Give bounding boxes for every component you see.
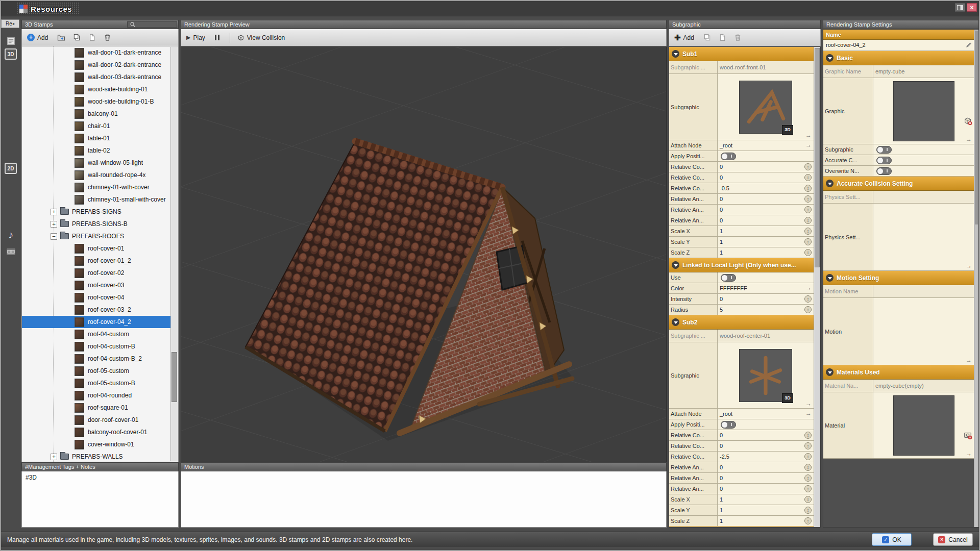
- property-value[interactable]: 1: [718, 247, 814, 258]
- property-value[interactable]: -2.5: [718, 452, 814, 462]
- tree-item-row[interactable]: chimney-01-with-cover: [22, 181, 170, 193]
- name-value-row[interactable]: roof-cover-04_2: [823, 40, 974, 51]
- section-header[interactable]: Sub1: [669, 47, 814, 61]
- property-value[interactable]: [873, 298, 974, 365]
- property-value[interactable]: [718, 419, 814, 430]
- motions-list-area[interactable]: [181, 471, 667, 528]
- property-value[interactable]: [873, 204, 974, 270]
- property-value[interactable]: 0: [718, 162, 814, 172]
- property-value[interactable]: _root: [718, 140, 814, 151]
- tree-item-row[interactable]: door-roof-cover-01: [22, 414, 170, 426]
- toggle-switch[interactable]: [876, 167, 892, 175]
- tree-item-row[interactable]: roof-cover-01_2: [22, 255, 170, 267]
- spinner-icon[interactable]: ↕: [804, 206, 812, 213]
- tree-item-row[interactable]: wood-side-building-01: [22, 83, 170, 95]
- tree-scrollbar-thumb[interactable]: [172, 352, 177, 402]
- add-folder-button[interactable]: [55, 32, 67, 44]
- collapsed-panel-tab[interactable]: Re ▸: [1, 19, 19, 28]
- film-icon[interactable]: [1, 244, 20, 259]
- tree-item-row[interactable]: roof-cover-03_2: [22, 304, 170, 316]
- spinner-icon[interactable]: ↕: [804, 185, 812, 192]
- toggle-switch[interactable]: [721, 274, 736, 282]
- spinner-icon[interactable]: ↕: [804, 453, 812, 460]
- stamps-2d-icon[interactable]: 2D: [5, 163, 17, 174]
- tree-item-row[interactable]: roof-cover-02: [22, 267, 170, 279]
- tree-item-row[interactable]: wall-window-05-light: [22, 157, 170, 169]
- property-value[interactable]: 0: [718, 172, 814, 183]
- tree-item-row[interactable]: roof-square-01: [22, 402, 170, 414]
- tree-item-row[interactable]: cover-window-01: [22, 438, 170, 450]
- delete-stamp-button[interactable]: [101, 32, 113, 44]
- tree-folder-row[interactable]: +PREFABS-WALLS: [22, 450, 170, 462]
- section-header[interactable]: Linked to Local Light (Only when use...: [669, 527, 814, 527]
- tree-item-row[interactable]: roof-04-custom-B_2: [22, 353, 170, 365]
- arrow-icon[interactable]: →: [805, 141, 812, 148]
- property-value[interactable]: [873, 166, 974, 176]
- play-button[interactable]: ▶ Play: [184, 33, 209, 43]
- spinner-icon[interactable]: ↕: [804, 496, 812, 503]
- subgraphic-scrollbar-thumb[interactable]: [815, 48, 820, 267]
- spinner-icon[interactable]: ↕: [804, 217, 812, 224]
- close-button[interactable]: ×: [967, 3, 977, 12]
- spinner-icon[interactable]: ↕: [804, 507, 812, 514]
- arrow-icon[interactable]: →: [966, 357, 972, 364]
- tree-item-row[interactable]: balcony-01: [22, 108, 170, 120]
- spinner-icon[interactable]: ↕: [804, 295, 812, 303]
- toggle-switch[interactable]: [876, 146, 892, 154]
- view-collision-button[interactable]: View Collision: [235, 33, 289, 43]
- property-value[interactable]: 1: [718, 237, 814, 247]
- property-value[interactable]: -0.5: [718, 183, 814, 193]
- stamps-3d-icon[interactable]: 3D: [5, 48, 17, 60]
- music-icon[interactable]: ♪: [1, 228, 20, 242]
- arrow-icon[interactable]: →: [966, 136, 972, 143]
- stamps-search-input[interactable]: [138, 22, 177, 28]
- arrow-icon[interactable]: →: [805, 284, 812, 291]
- paste-subgraphic-button[interactable]: [717, 32, 729, 44]
- tree-item-row[interactable]: roof-04-rounded: [22, 389, 170, 402]
- thumbnail-image[interactable]: 3D: [739, 81, 792, 134]
- property-value[interactable]: 1: [718, 505, 814, 515]
- spinner-icon[interactable]: ↕: [804, 432, 812, 439]
- tree-scrollbar[interactable]: [170, 47, 178, 461]
- settings-scrollbar-thumb[interactable]: [975, 31, 978, 224]
- pencil-icon[interactable]: [966, 42, 972, 49]
- tree-item-row[interactable]: roof-04-custom-B: [22, 340, 170, 353]
- tree-item-row[interactable]: roof-cover-03: [22, 279, 170, 291]
- section-header[interactable]: Motion Setting: [823, 271, 974, 285]
- spinner-icon[interactable]: ↕: [804, 517, 812, 524]
- subgraphic-thumbnail-cell[interactable]: 3D: [718, 74, 814, 140]
- spinner-icon[interactable]: ↕: [804, 228, 812, 235]
- tree-item-row[interactable]: roof-cover-04: [22, 291, 170, 304]
- spinner-icon[interactable]: ↕: [804, 442, 812, 449]
- arrow-icon[interactable]: →: [966, 450, 972, 457]
- cancel-button[interactable]: × Cancel: [933, 533, 973, 546]
- subgraphic-scrollbar[interactable]: [814, 47, 820, 527]
- property-value[interactable]: 0: [718, 294, 814, 304]
- cube-x-icon[interactable]: [963, 116, 972, 127]
- thumbnail-image[interactable]: [893, 81, 954, 141]
- property-value[interactable]: 1: [718, 226, 814, 236]
- tree-item-row[interactable]: roof-05-custom: [22, 365, 170, 377]
- delete-subgraphic-button[interactable]: [732, 32, 744, 44]
- paste-stamp-button[interactable]: [86, 32, 98, 44]
- spinner-icon[interactable]: ↕: [804, 485, 812, 492]
- tree-item-row[interactable]: wall-door-01-dark-entrance: [22, 46, 170, 59]
- property-value[interactable]: 0: [718, 462, 814, 472]
- graphic-thumbnail-cell[interactable]: [873, 392, 974, 458]
- property-value[interactable]: _root: [718, 409, 814, 419]
- dock-window-button[interactable]: [955, 3, 965, 12]
- section-header[interactable]: Sub2: [669, 315, 814, 330]
- spinner-icon[interactable]: ↕: [804, 306, 812, 313]
- property-value[interactable]: 0: [718, 473, 814, 483]
- property-value[interactable]: 0: [718, 430, 814, 440]
- tree-item-row[interactable]: table-01: [22, 132, 170, 144]
- arrow-icon[interactable]: →: [805, 410, 812, 417]
- expander-icon[interactable]: +: [51, 454, 57, 460]
- property-value[interactable]: [873, 155, 974, 165]
- photo-x-icon[interactable]: [963, 431, 972, 441]
- property-value[interactable]: [873, 144, 974, 155]
- tree-item-row[interactable]: wall-rounded-rope-4x: [22, 169, 170, 181]
- property-value[interactable]: FFFFFFFF: [718, 283, 814, 293]
- property-value[interactable]: 0: [718, 441, 814, 451]
- arrow-icon[interactable]: →: [966, 262, 972, 269]
